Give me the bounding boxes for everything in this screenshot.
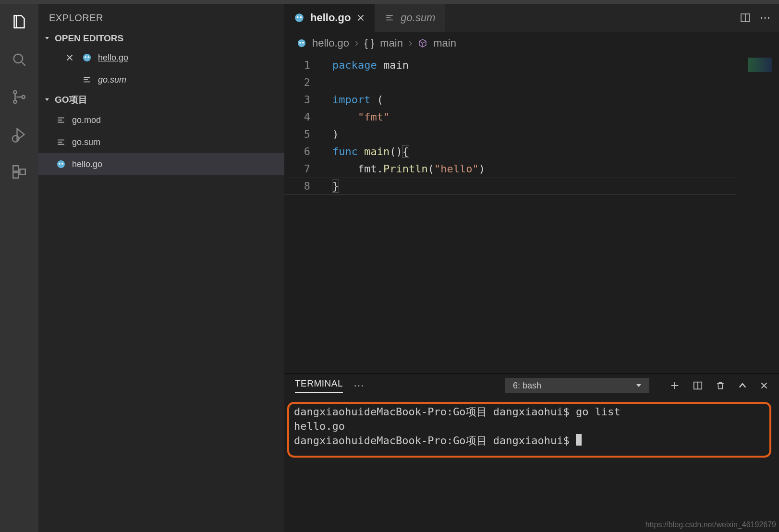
tab-label: go.sum — [401, 12, 435, 24]
editor-group: hello.go go.sum ⋯ hell — [284, 4, 779, 532]
chevron-down-icon — [43, 96, 52, 104]
open-editors-header[interactable]: OPEN EDITORS — [38, 30, 284, 47]
svg-point-11 — [83, 54, 91, 61]
terminal-tab[interactable]: TERMINAL — [295, 378, 343, 393]
breadcrumb-scope[interactable]: main — [380, 37, 403, 49]
debug-icon[interactable] — [10, 125, 29, 144]
svg-point-2 — [13, 91, 17, 94]
file-item[interactable]: go.mod — [38, 109, 284, 131]
file-item[interactable]: go.sum — [38, 131, 284, 153]
file-name: go.sum — [98, 75, 126, 85]
titlebar — [0, 0, 779, 4]
go-file-icon — [294, 12, 304, 23]
svg-point-28 — [300, 16, 302, 18]
chevron-right-icon: › — [355, 37, 358, 49]
chevron-down-icon — [635, 382, 643, 389]
folder-file-list: go.mod go.sum hello.go — [38, 109, 284, 175]
panel-tabs: TERMINAL ⋯ 6: bash — [284, 374, 779, 397]
svg-point-38 — [302, 42, 304, 44]
braces-icon: { } — [364, 37, 374, 49]
folder-label: GO项目 — [55, 94, 87, 106]
chevron-up-icon[interactable] — [738, 381, 747, 390]
search-icon[interactable] — [10, 50, 29, 69]
svg-point-5 — [12, 135, 19, 142]
svg-rect-8 — [20, 169, 25, 174]
lines-file-icon — [56, 115, 66, 125]
open-editors-label: OPEN EDITORS — [55, 33, 123, 44]
terminal-line: dangxiaohuideMacBook-Pro:Go项目 dangxiaohu… — [294, 434, 769, 448]
svg-point-13 — [87, 56, 89, 58]
svg-point-36 — [298, 39, 305, 47]
terminal-selector-label: 6: bash — [513, 381, 541, 391]
editor-tab[interactable]: go.sum — [375, 4, 445, 32]
minimap[interactable] — [739, 55, 779, 374]
line-gutter: 12345678 — [284, 55, 318, 195]
code-content[interactable]: package main import ( "fmt" ) func main(… — [332, 55, 779, 195]
split-editor-icon[interactable] — [740, 12, 751, 24]
lines-file-icon — [56, 137, 66, 147]
close-panel-icon[interactable] — [760, 381, 768, 390]
lines-file-icon — [82, 74, 92, 85]
file-name: go.mod — [72, 115, 101, 125]
svg-point-4 — [22, 96, 25, 99]
file-name: go.sum — [72, 137, 100, 147]
breadcrumb-file[interactable]: hello.go — [312, 37, 349, 49]
close-icon[interactable] — [65, 53, 76, 62]
svg-rect-6 — [13, 166, 18, 171]
activity-bar — [0, 4, 38, 532]
open-editors-list: hello.go go.sum — [38, 47, 284, 91]
svg-line-1 — [22, 62, 25, 66]
go-file-icon — [82, 52, 92, 63]
svg-point-27 — [297, 16, 299, 18]
more-icon[interactable]: ⋯ — [353, 379, 364, 392]
breadcrumb-scope[interactable]: main — [433, 37, 456, 49]
terminal-selector[interactable]: 6: bash — [505, 378, 649, 393]
cube-icon — [418, 38, 427, 48]
terminal[interactable]: dangxiaohuideMacBook-Pro:Go项目 dangxiaohu… — [284, 397, 779, 532]
svg-point-0 — [14, 54, 23, 63]
folder-header[interactable]: GO项目 — [38, 91, 284, 109]
svg-point-3 — [13, 100, 17, 104]
chevron-right-icon: › — [409, 37, 412, 49]
go-file-icon — [56, 159, 66, 169]
svg-rect-7 — [13, 172, 18, 178]
more-icon[interactable]: ⋯ — [760, 12, 770, 24]
panel: TERMINAL ⋯ 6: bash — [284, 374, 779, 532]
file-item[interactable]: hello.go — [38, 153, 284, 175]
chevron-down-icon — [43, 35, 52, 42]
code-editor[interactable]: 12345678 package main import ( "fmt" ) f… — [284, 55, 779, 374]
close-icon[interactable] — [356, 13, 365, 22]
svg-point-23 — [57, 160, 65, 168]
svg-point-26 — [295, 13, 304, 22]
terminal-line: hello.go — [294, 419, 769, 434]
lines-file-icon — [384, 12, 395, 23]
svg-point-25 — [61, 163, 63, 165]
terminal-cursor — [576, 434, 582, 446]
go-file-icon — [297, 38, 306, 48]
editor-tabs: hello.go go.sum ⋯ — [284, 4, 779, 32]
editor-tab[interactable]: hello.go — [284, 4, 375, 32]
terminal-line: dangxiaohuideMacBook-Pro:Go项目 dangxiaohu… — [294, 405, 769, 419]
svg-point-24 — [59, 163, 61, 165]
new-terminal-icon[interactable] — [669, 380, 680, 391]
file-name: hello.go — [72, 159, 102, 169]
open-editor-item[interactable]: go.sum — [38, 69, 284, 91]
explorer-icon[interactable] — [10, 12, 29, 32]
open-editor-item[interactable]: hello.go — [38, 47, 284, 69]
tab-label: hello.go — [310, 12, 351, 24]
split-terminal-icon[interactable] — [693, 380, 703, 391]
explorer-title: EXPLORER — [38, 4, 284, 30]
explorer-sidebar: EXPLORER OPEN EDITORS hello.go — [38, 4, 284, 532]
source-control-icon[interactable] — [10, 87, 29, 107]
svg-point-37 — [299, 42, 301, 44]
breadcrumb[interactable]: hello.go › { } main › main — [284, 32, 779, 55]
svg-point-12 — [85, 56, 86, 58]
trash-icon[interactable] — [716, 380, 725, 391]
file-name: hello.go — [98, 53, 128, 63]
extensions-icon[interactable] — [10, 162, 29, 181]
